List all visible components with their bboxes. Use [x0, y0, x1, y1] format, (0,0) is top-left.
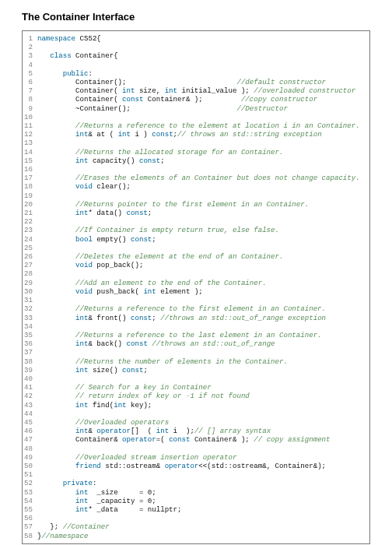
code-box: 1 2 3 4 5 6 7 8 9 10 11 12 13 14 15 16 1… — [22, 30, 370, 544]
code-block: 1 2 3 4 5 6 7 8 9 10 11 12 13 14 15 16 1… — [24, 34, 365, 540]
document-page: The Container Interface 1 2 3 4 5 6 7 8 … — [0, 0, 392, 545]
page-title: The Container Interface — [22, 11, 370, 23]
code-content: namespace CS52{ class Container{ public:… — [37, 34, 365, 540]
line-number-gutter: 1 2 3 4 5 6 7 8 9 10 11 12 13 14 15 16 1… — [24, 34, 37, 540]
